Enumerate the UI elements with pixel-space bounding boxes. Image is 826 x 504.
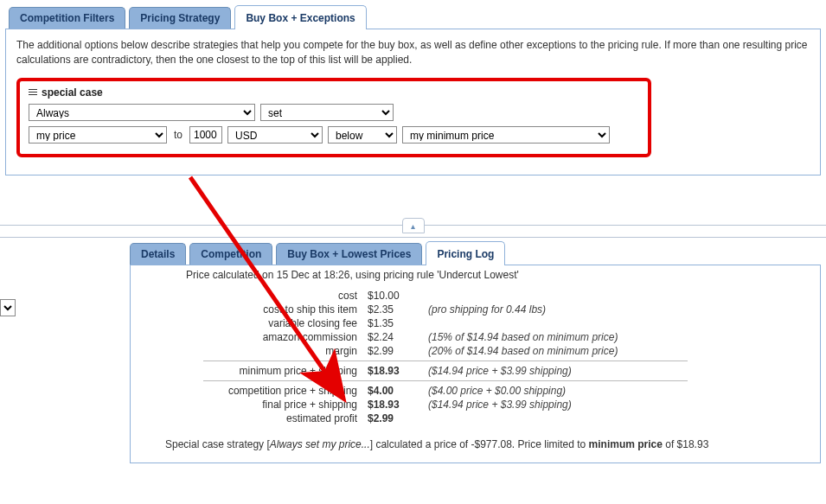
row-label: cost to ship this item [143, 303, 368, 316]
pricing-log-panel: Price calculated on 15 Dec at 18:26, usi… [130, 265, 821, 463]
row-note: (20% of $14.94 based on minimum price) [428, 345, 765, 357]
target-select[interactable]: my price [29, 126, 167, 144]
relation-select[interactable]: below [328, 126, 397, 144]
tab-competition-filters[interactable]: Competition Filters [9, 7, 125, 29]
tab-competition[interactable]: Competition [189, 243, 272, 265]
row-label: amazon commission [143, 331, 368, 343]
row-value: $18.93 [368, 399, 428, 411]
action-select[interactable]: set [260, 104, 394, 121]
reference-select[interactable]: my minimum price [402, 126, 610, 144]
special-case-highlight: special case Always set my price to USD [16, 78, 651, 157]
special-case-footnote: Special case strategy [Always set my pri… [143, 438, 808, 450]
row-label: final price + shipping [143, 399, 368, 411]
lower-tab-bar: Details Competition Buy Box + Lowest Pri… [0, 238, 826, 265]
to-label: to [172, 129, 184, 141]
row-value: $2.24 [368, 331, 428, 343]
buy-box-exceptions-panel: The additional options below describe st… [5, 29, 821, 175]
row-value: $2.99 [368, 345, 428, 357]
row-value: $18.93 [368, 365, 428, 377]
currency-select[interactable]: USD [227, 126, 323, 144]
row-note [428, 317, 765, 329]
row-note [428, 290, 765, 302]
tab-buy-box-exceptions[interactable]: Buy Box + Exceptions [234, 5, 366, 29]
row-label: margin [143, 345, 368, 357]
special-case-legend: special case [42, 86, 103, 99]
row-note: (pro shipping for 0.44 lbs) [428, 303, 765, 316]
row-note: ($4.00 price + $0.00 shipping) [428, 385, 765, 397]
collapse-toggle[interactable]: ▴ [402, 218, 425, 233]
row-note: ($14.94 price + $3.99 shipping) [428, 399, 765, 411]
chevron-up-icon: ▴ [411, 221, 415, 231]
row-label: variable closing fee [143, 317, 368, 329]
pricing-log-header: Price calculated on 15 Dec at 18:26, usi… [143, 269, 808, 281]
tab-pricing-strategy[interactable]: Pricing Strategy [129, 7, 231, 29]
upper-tab-bar: Competition Filters Pricing Strategy Buy… [0, 0, 826, 29]
row-value: $10.00 [368, 290, 428, 302]
condition-select[interactable]: Always [29, 104, 255, 121]
row-label: minimum price + shipping [143, 365, 368, 377]
row-note [428, 412, 765, 424]
row-label: estimated profit [143, 412, 368, 424]
row-note: ($14.94 price + $3.99 shipping) [428, 365, 765, 377]
row-value: $4.00 [368, 385, 428, 397]
pricing-breakdown: cost $10.00 cost to ship this item $2.35… [143, 290, 765, 424]
row-label: competition price + shipping [143, 385, 368, 397]
tab-pricing-log[interactable]: Pricing Log [426, 241, 505, 265]
tab-details[interactable]: Details [130, 243, 186, 265]
list-icon [29, 87, 37, 97]
row-value: $1.35 [368, 317, 428, 329]
row-note: (15% of $14.94 based on minimum price) [428, 331, 765, 343]
row-value: $2.99 [368, 412, 428, 424]
row-value: $2.35 [368, 303, 428, 316]
intro-text: The additional options below describe st… [16, 38, 810, 67]
row-label: cost [143, 290, 368, 302]
amount-input[interactable] [189, 126, 222, 144]
tab-buy-box-lowest[interactable]: Buy Box + Lowest Prices [276, 243, 422, 265]
